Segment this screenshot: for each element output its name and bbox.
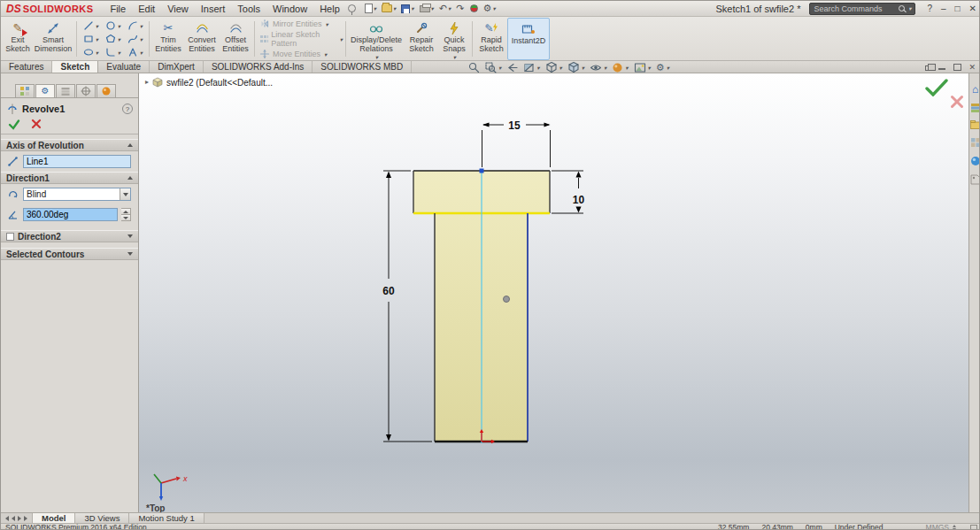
dimension-value-15[interactable]: 15 bbox=[508, 119, 521, 132]
chevron-down-icon[interactable]: ▾ bbox=[140, 36, 143, 42]
zoom-fit-button[interactable] bbox=[468, 62, 480, 73]
chevron-down-icon[interactable]: ▾ bbox=[96, 50, 98, 56]
options-button[interactable]: ⚙▾ bbox=[482, 2, 498, 16]
tab-3d-views[interactable]: 3D Views bbox=[75, 513, 129, 523]
close-window-icon[interactable]: ✕ bbox=[968, 64, 976, 71]
search-box[interactable]: ▾ bbox=[809, 3, 915, 15]
move-entities-button[interactable]: Move Entities ▾ bbox=[258, 49, 343, 59]
new-document-button[interactable]: ▾ bbox=[363, 2, 378, 16]
chevron-down-icon[interactable]: ▾ bbox=[96, 23, 98, 29]
tab-dimxpert[interactable]: DimXpert bbox=[150, 61, 204, 73]
minimize-button[interactable]: – bbox=[937, 4, 951, 13]
restore-window-icon[interactable] bbox=[925, 65, 931, 71]
chevron-down-icon[interactable]: ▾ bbox=[411, 5, 413, 12]
arc-tool-button[interactable]: ▾ bbox=[124, 19, 146, 33]
view-orientation-button[interactable]: ▾ bbox=[545, 61, 562, 73]
graphics-viewport[interactable]: ▸ swfile2 (Default<<Default... bbox=[139, 73, 968, 512]
search-input[interactable] bbox=[814, 4, 896, 13]
design-library-icon[interactable] bbox=[970, 103, 980, 112]
tab-model[interactable]: Model bbox=[33, 513, 75, 523]
convert-entities-button[interactable]: Convert Entities bbox=[184, 18, 220, 60]
chevron-down-icon[interactable]: ▾ bbox=[648, 65, 651, 71]
tab-sketch[interactable]: Sketch bbox=[52, 61, 98, 73]
line-tool-button[interactable]: ▾ bbox=[80, 19, 102, 33]
redo-button[interactable]: ↷ bbox=[454, 2, 466, 16]
tab-motion-study-1[interactable]: Motion Study 1 bbox=[129, 513, 204, 523]
fillet-tool-button[interactable]: ▾ bbox=[102, 46, 124, 59]
spline-tool-button[interactable]: ▾ bbox=[124, 33, 146, 46]
section-axis-of-revolution[interactable]: Axis of Revolution bbox=[1, 139, 138, 151]
rapid-sketch-button[interactable]: ✎ Rapid Sketch bbox=[475, 18, 507, 60]
polygon-tool-button[interactable]: ▾ bbox=[102, 33, 124, 46]
chevron-down-icon[interactable]: ▾ bbox=[393, 5, 396, 12]
smart-dimension-button[interactable]: Smart Dimension bbox=[33, 18, 73, 60]
sketch-canvas[interactable]: 60 15 10 bbox=[139, 73, 968, 512]
tab-dimxpert-manager[interactable] bbox=[76, 84, 96, 97]
section-view-button[interactable]: ▾ bbox=[523, 62, 539, 73]
dimension-value-10[interactable]: 10 bbox=[573, 194, 585, 206]
chevron-down-icon[interactable]: ▾ bbox=[498, 65, 501, 71]
tab-solidworks-mbd[interactable]: SOLIDWORKS MBD bbox=[313, 61, 412, 73]
file-explorer-icon[interactable] bbox=[970, 120, 980, 129]
chevron-down-icon[interactable]: ▾ bbox=[324, 51, 327, 58]
apply-scene-button[interactable]: ▾ bbox=[634, 62, 651, 73]
menu-view[interactable]: View bbox=[161, 3, 195, 15]
chevron-down-icon[interactable]: ▾ bbox=[431, 5, 434, 12]
appearances-scenes-icon[interactable] bbox=[970, 156, 980, 166]
circle-tool-button[interactable]: ▾ bbox=[102, 19, 124, 33]
chevron-down-icon[interactable]: ▾ bbox=[536, 65, 539, 71]
tab-evaluate[interactable]: Evaluate bbox=[98, 61, 150, 73]
hide-show-items-button[interactable]: ▾ bbox=[590, 62, 606, 73]
axis-of-revolution-field[interactable] bbox=[23, 155, 131, 168]
scroll-left-icon[interactable] bbox=[5, 516, 9, 521]
view-settings-button[interactable]: ⚙▾ bbox=[656, 63, 669, 73]
chevron-down-icon[interactable]: ▾ bbox=[375, 54, 378, 60]
display-delete-relations-button[interactable]: Display/Delete Relations ▾ bbox=[349, 18, 404, 60]
chevron-down-icon[interactable]: ▾ bbox=[140, 50, 143, 56]
chevron-down-icon[interactable]: ▾ bbox=[604, 65, 606, 71]
sketch-point[interactable] bbox=[504, 296, 510, 303]
dimension-value-60[interactable]: 60 bbox=[382, 285, 395, 297]
units-selector[interactable]: MMGS bbox=[926, 524, 949, 530]
dropdown-button[interactable] bbox=[120, 188, 130, 200]
scroll-left-icon[interactable] bbox=[12, 516, 15, 521]
chevron-down-icon[interactable]: ▾ bbox=[140, 23, 143, 29]
menu-help[interactable]: Help bbox=[313, 3, 346, 15]
chevron-down-icon[interactable]: ▾ bbox=[448, 5, 451, 12]
scroll-right-icon[interactable] bbox=[24, 516, 27, 521]
section-selected-contours[interactable]: Selected Contours bbox=[1, 248, 138, 260]
end-condition-dropdown[interactable]: Blind bbox=[23, 188, 131, 201]
save-button[interactable]: ▾ bbox=[399, 2, 415, 16]
print-button[interactable]: ▾ bbox=[418, 2, 436, 16]
reverse-direction-icon[interactable] bbox=[6, 188, 19, 201]
chevron-down-icon[interactable]: ▾ bbox=[625, 65, 628, 71]
chevron-down-icon[interactable]: ▾ bbox=[453, 54, 456, 60]
dimension-head-width[interactable]: 15 bbox=[482, 119, 551, 168]
cancel-button[interactable] bbox=[31, 119, 42, 129]
direction2-checkbox[interactable] bbox=[6, 233, 14, 241]
menu-edit[interactable]: Edit bbox=[132, 3, 161, 15]
dimension-head-height[interactable]: 10 bbox=[552, 171, 584, 213]
chevron-down-icon[interactable]: ▾ bbox=[326, 21, 328, 27]
custom-properties-icon[interactable] bbox=[970, 174, 980, 185]
maximize-window-icon[interactable] bbox=[953, 64, 961, 71]
open-button[interactable]: ▾ bbox=[380, 2, 397, 16]
task-pane-toggle-icon[interactable] bbox=[970, 525, 977, 530]
units-chevron-icons[interactable] bbox=[953, 525, 956, 530]
section-direction2[interactable]: Direction2 bbox=[1, 230, 138, 242]
rectangle-tool-button[interactable]: ▾ bbox=[80, 33, 102, 46]
solidworks-resources-home-icon[interactable]: ⌂ bbox=[972, 84, 978, 95]
tab-solidworks-add-ins[interactable]: SOLIDWORKS Add-Ins bbox=[204, 61, 313, 73]
mirror-entities-button[interactable]: Mirror Entities ▾ bbox=[258, 19, 343, 29]
chevron-down-icon[interactable]: ▾ bbox=[96, 36, 98, 42]
chevron-down-icon[interactable]: ▾ bbox=[374, 5, 376, 12]
search-scope-chevron-icon[interactable]: ▾ bbox=[908, 5, 911, 12]
section-direction1[interactable]: Direction1 bbox=[1, 172, 138, 184]
minimize-window-icon[interactable] bbox=[938, 64, 946, 71]
offset-entities-button[interactable]: Offset Entities bbox=[220, 18, 251, 60]
instant2d-button[interactable]: Instant2D bbox=[507, 18, 550, 60]
view-palette-icon[interactable] bbox=[970, 137, 980, 148]
text-tool-button[interactable]: ▾ bbox=[124, 46, 146, 59]
quick-snaps-button[interactable]: Quick Snaps ▾ bbox=[439, 18, 469, 60]
scroll-right-icon[interactable] bbox=[18, 516, 21, 521]
